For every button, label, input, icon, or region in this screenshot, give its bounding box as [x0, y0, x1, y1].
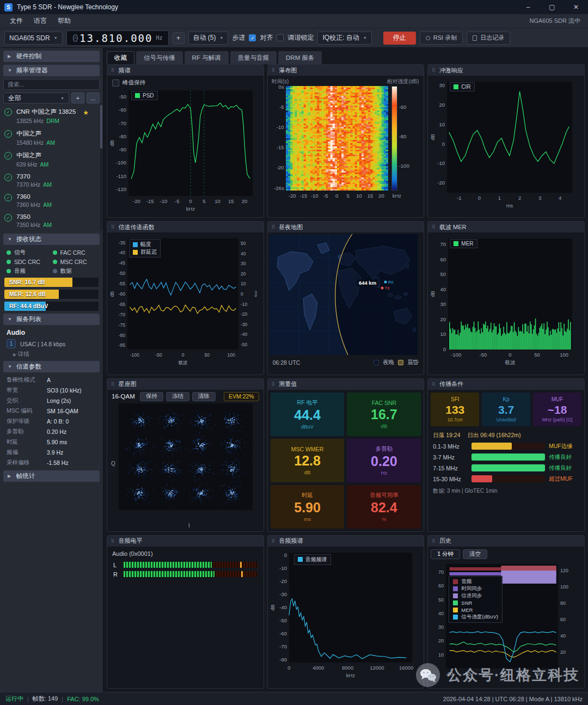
svg-text:-110: -110	[117, 173, 126, 179]
svg-text:70: 70	[440, 241, 446, 247]
tab-质量与音频[interactable]: 质量与音频	[230, 51, 277, 64]
star-icon[interactable]: ★	[83, 109, 89, 117]
stop-button[interactable]: 停止	[383, 32, 416, 45]
freq-tick: -5	[323, 193, 328, 199]
station-item[interactable]: ✓CNR 中国之声 1382513825 kHzDRM★	[0, 105, 103, 127]
indicator-MSC CRC: MSC CRC	[53, 259, 97, 265]
frame-count: 帧数: 149	[33, 695, 58, 703]
drag-handle-icon[interactable]: ⠿	[432, 382, 436, 387]
align-checkbox[interactable]: ✓	[249, 34, 256, 41]
svg-text:-85: -85	[119, 343, 126, 348]
drag-handle-icon[interactable]: ⠿	[111, 224, 115, 230]
add-station-button[interactable]: +	[71, 93, 84, 103]
drag-handle-icon[interactable]: ⠿	[272, 224, 275, 230]
minimize-button[interactable]: –	[516, 0, 540, 14]
logging-button[interactable]: 日志记录	[467, 32, 510, 45]
svg-text:15: 15	[228, 198, 234, 204]
tab-DRM 服务[interactable]: DRM 服务	[278, 51, 322, 64]
section-frequency-manager[interactable]: ▼ 频率管理器	[3, 65, 100, 76]
rx-label: RX	[388, 280, 394, 284]
section-frame-stats[interactable]: ▶ 帧统计	[3, 470, 100, 482]
peak-hold-checkbox[interactable]	[112, 79, 119, 87]
rsi-record-button[interactable]: RSI 录制	[420, 32, 463, 45]
freq-tick: 10	[356, 193, 362, 199]
drag-handle-icon[interactable]: ⠿	[111, 538, 115, 544]
station-name: 7370	[16, 173, 52, 180]
chevron-down-icon: ▼	[220, 36, 224, 40]
more-options-button[interactable]: ...	[87, 93, 100, 103]
status-dot-icon	[7, 260, 11, 264]
hold-button[interactable]: 保持	[140, 392, 163, 401]
section-hardware-control[interactable]: ▶ 硬件控制	[3, 51, 100, 62]
fac-rate: FAC: 99.0%	[67, 696, 99, 702]
svg-text:1: 1	[498, 195, 501, 201]
drag-handle-icon[interactable]: ⠿	[432, 224, 436, 230]
section-channel-params[interactable]: ▼ 信道参数	[3, 361, 100, 372]
signal-meter: RF: 44.4 dBuV	[4, 302, 99, 311]
drag-handle-icon[interactable]: ⠿	[432, 68, 436, 73]
station-item[interactable]: ✓中国之声639 kHzAM	[0, 149, 103, 170]
svg-text:0: 0	[241, 291, 243, 297]
measurement-tiles: RF 电平44.4dBuVFAC SNR16.7dBMSC WMER12.8dB…	[270, 391, 422, 530]
tab-RF 与解调[interactable]: RF 与解调	[185, 51, 229, 64]
station-item[interactable]: ✓73507350 kHzAM	[0, 211, 103, 231]
panel-channel-transfer: ⠿信道传递函数 -35-40-45-50-55-60-65-70-75-80-8…	[107, 221, 264, 375]
sidebar: ▶ 硬件控制 ▼ 频率管理器 搜索... 全部 ▼ + ... ✓CNR 中国之…	[0, 48, 103, 692]
svg-text:-50: -50	[119, 94, 126, 100]
drag-handle-icon[interactable]: ⠿	[272, 382, 275, 387]
svg-text:-10: -10	[160, 198, 168, 204]
service-row[interactable]: 1 USAC | 14.8 kbps	[7, 339, 96, 348]
colorbar-tick: -100	[399, 163, 409, 169]
iq-correction-select[interactable]: IQ校正: 自动 ▼	[317, 32, 371, 45]
search-input[interactable]: 搜索...	[3, 79, 100, 90]
drag-handle-icon[interactable]: ⠿	[272, 538, 275, 544]
section-service-list[interactable]: ▼ 服务列表	[3, 314, 100, 325]
svg-text:-60: -60	[279, 630, 287, 636]
station-item[interactable]: ✓73707370 kHzAM	[0, 170, 103, 191]
svg-text:10: 10	[241, 281, 246, 287]
svg-text:-10: -10	[535, 671, 542, 677]
frequency-plus-button[interactable]: +	[173, 32, 185, 44]
menu-item[interactable]: 文件	[4, 16, 28, 26]
section-label: 接收状态	[16, 235, 41, 243]
chevron-down-icon: ▼	[363, 36, 367, 40]
close-button[interactable]: ✕	[564, 0, 588, 14]
tab-收藏[interactable]: 收藏	[107, 51, 134, 64]
svg-text:-100: -100	[451, 352, 462, 358]
svg-text:50: 50	[205, 352, 210, 358]
drag-handle-icon[interactable]: ⠿	[111, 68, 115, 73]
panel-waterfall: ⠿瀑布图 时间(s) 相对强度(dB) kHz 0s-5-10-15-20-26…	[267, 64, 425, 218]
station-item[interactable]: ✓73607360 kHzAM	[0, 191, 103, 211]
svg-text:0: 0	[478, 195, 481, 201]
svg-text:-90: -90	[119, 146, 126, 152]
filter-select[interactable]: 全部 ▼	[3, 93, 69, 103]
station-item[interactable]: ✓中国之声15480 kHzAM	[0, 127, 103, 149]
maximize-button[interactable]: ▢	[540, 0, 564, 14]
tune-lock-checkbox[interactable]	[277, 34, 284, 41]
section-receive-status[interactable]: ▼ 接收状态	[3, 234, 100, 245]
step-select[interactable]: 自动 (5) ▼	[188, 32, 229, 45]
service-details[interactable]: ▶ 详情	[13, 351, 96, 358]
audio-channel-L: L	[113, 562, 258, 568]
svg-text:40: 40	[440, 286, 446, 292]
menu-item[interactable]: 语言	[28, 16, 52, 26]
panel-measurements: ⠿测量值 RF 电平44.4dBuVFAC SNR16.7dBMSC WMER1…	[267, 378, 425, 532]
one-minute-button[interactable]: 1 分钟	[431, 549, 460, 559]
x-axis-unit: kHz	[393, 193, 401, 199]
drag-handle-icon[interactable]: ⠿	[272, 68, 275, 73]
tab-信号与传播[interactable]: 信号与传播	[136, 51, 183, 64]
panel-title: 历史	[439, 537, 451, 545]
audio-source: Audio (0x0001)	[112, 550, 259, 557]
frequency-display[interactable]: 0 13.810.000 Hz	[66, 30, 169, 46]
menu-item[interactable]: 帮助	[52, 16, 76, 26]
drag-handle-icon[interactable]: ⠿	[111, 382, 115, 387]
band-row: 0.1-3 MHzMUF边缘	[433, 443, 579, 450]
clear-history-button[interactable]: 清空	[463, 549, 487, 559]
svg-text:60: 60	[440, 256, 446, 262]
app-icon: S	[4, 3, 13, 11]
drag-handle-icon[interactable]: ⠿	[432, 538, 436, 544]
device-select[interactable]: NGA605 SDR ▼	[4, 32, 63, 45]
freeze-button[interactable]: 冻结	[166, 392, 189, 401]
clear-button[interactable]: 清除	[192, 392, 216, 401]
twilight-legend-label: 晨昏	[407, 359, 419, 366]
